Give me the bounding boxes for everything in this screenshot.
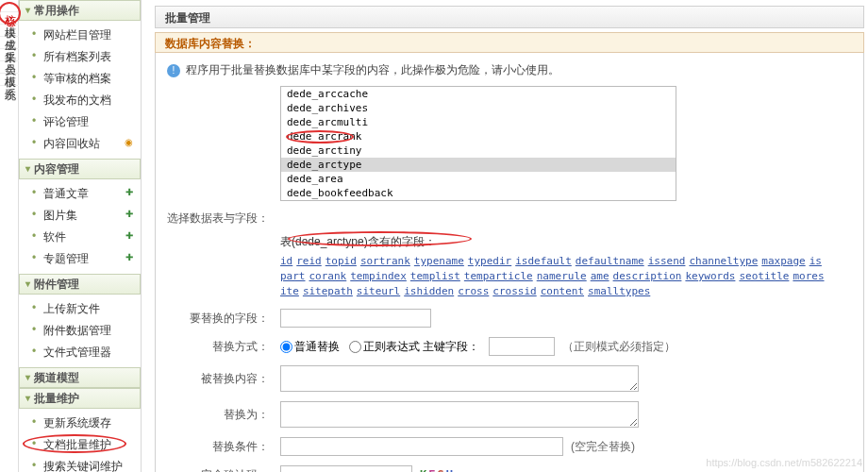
field-link[interactable]: temparticle	[464, 270, 533, 282]
field-link[interactable]: isdefault	[515, 255, 572, 267]
sidebar-item[interactable]: 图片集✚	[19, 205, 141, 227]
field-link[interactable]: description	[613, 270, 682, 282]
panel-body: ! 程序用于批量替换数据库中某字段的内容，此操作极为危险，请小心使用。 dede…	[155, 53, 864, 472]
vtab-3[interactable]: 采集	[0, 37, 20, 49]
sidebar-item[interactable]: 搜索关键词维护	[19, 456, 141, 472]
field-link[interactable]: defaultname	[576, 255, 644, 267]
sidebar-item[interactable]: 普通文章✚	[19, 183, 141, 205]
field-link[interactable]: ishidden	[404, 285, 454, 297]
field-link[interactable]: sitepath	[303, 285, 353, 297]
listbox-option[interactable]: dede_archives	[281, 101, 676, 115]
navgroup-header[interactable]: ▾附件管理	[19, 274, 141, 295]
listbox-option[interactable]: dede_arctype	[281, 158, 676, 172]
vertical-tabstrip: 核心模块生成采集会员模板系统	[0, 0, 19, 472]
field-link[interactable]: ame	[591, 270, 609, 282]
info-icon: !	[167, 64, 180, 77]
label-replace-to: 替换为：	[167, 407, 280, 423]
field-link[interactable]: namerule	[537, 270, 587, 282]
regex-pk-input[interactable]	[489, 337, 555, 356]
field-link[interactable]: id	[280, 255, 292, 267]
vtab-1[interactable]: 模块	[0, 12, 20, 25]
field-link[interactable]: smalltypes	[588, 285, 650, 297]
plus-icon: ✚	[125, 209, 133, 219]
listbox-option[interactable]: dede_arctiny	[281, 143, 676, 158]
fields-list: idreidtopidsortranktypenametypedirisdefa…	[280, 254, 827, 299]
radio-normal[interactable]: 普通替换	[280, 339, 340, 355]
panel-subtitle: 数据库内容替换：	[155, 32, 864, 53]
label-captcha: 安全确认码：	[167, 467, 280, 473]
sidebar-item[interactable]: 网站栏目管理	[19, 25, 141, 46]
navgroup-header[interactable]: ▾批量维护	[19, 388, 141, 409]
fields-title: 表(dede_arctype)含有的字段：	[280, 234, 827, 250]
sidebar-item[interactable]: 上传新文件	[19, 298, 141, 320]
sidebar-item[interactable]: 软件✚	[19, 227, 141, 248]
vtab-2[interactable]: 生成	[0, 25, 20, 37]
sidebar-item[interactable]: 文件式管理器	[19, 342, 141, 363]
listbox-option[interactable]: dede_area	[281, 172, 676, 186]
warning-text: 程序用于批量替换数据库中某字段的内容，此操作极为危险，请小心使用。	[186, 62, 559, 78]
regex-hint: （正则模式必须指定）	[562, 339, 676, 355]
table-listbox[interactable]: dede_arccachedede_archivesdede_arcmultid…	[280, 86, 676, 201]
field-link[interactable]: reid	[296, 255, 322, 267]
listbox-option[interactable]: dede_channeltype	[281, 200, 676, 201]
sidebar-item[interactable]: 内容回收站◉	[19, 133, 141, 155]
label-replace-field: 要替换的字段：	[167, 311, 280, 327]
field-link[interactable]: sortrank	[360, 255, 410, 267]
radio-regex[interactable]: 正则表达式 主键字段：	[349, 339, 479, 355]
captcha-input[interactable]	[280, 465, 412, 472]
vtab-6[interactable]: 系统	[0, 74, 20, 86]
label-condition: 替换条件：	[167, 439, 280, 455]
plus-icon: ✚	[125, 187, 133, 197]
listbox-option[interactable]: dede_arccache	[281, 87, 676, 101]
field-link[interactable]: channeltype	[689, 255, 758, 267]
label-content: 被替换内容：	[167, 371, 280, 387]
field-link[interactable]: maxpage	[761, 255, 805, 267]
vtab-0[interactable]: 核心	[0, 0, 20, 12]
field-link[interactable]: typename	[414, 255, 464, 267]
sidebar-item[interactable]: 评论管理	[19, 111, 141, 133]
replaced-content-textarea[interactable]	[280, 365, 639, 392]
field-link[interactable]: topid	[326, 255, 357, 267]
sidebar-item[interactable]: 更新系统缓存	[19, 413, 141, 434]
sidebar-item[interactable]: 所有档案列表	[19, 46, 141, 68]
replace-field-input[interactable]	[280, 309, 431, 328]
field-link[interactable]: corank	[309, 270, 347, 282]
listbox-option[interactable]: dede_arcmulti	[281, 115, 676, 129]
condition-input[interactable]	[280, 437, 563, 456]
navgroup-header[interactable]: ▾常用操作	[19, 0, 141, 21]
condition-hint: (空完全替换)	[571, 439, 635, 455]
field-link[interactable]: siteurl	[357, 285, 400, 297]
replace-to-textarea[interactable]	[280, 401, 639, 428]
sidebar-item[interactable]: 等审核的档案	[19, 68, 141, 90]
panel-title: 批量管理	[155, 6, 864, 28]
navgroup-header[interactable]: ▾内容管理	[19, 159, 141, 179]
field-link[interactable]: cross	[458, 285, 489, 297]
field-link[interactable]: seotitle	[739, 270, 789, 282]
plus-icon: ✚	[125, 230, 133, 241]
label-table-field: 选择数据表与字段：	[167, 211, 280, 227]
field-link[interactable]: templist	[410, 270, 460, 282]
listbox-option[interactable]: dede_arcrank	[281, 129, 676, 143]
navgroup-header[interactable]: ▾频道模型	[19, 367, 141, 388]
warning-row: ! 程序用于批量替换数据库中某字段的内容，此操作极为危险，请小心使用。	[167, 62, 852, 78]
listbox-option[interactable]: dede_bookfeedback	[281, 186, 676, 200]
field-link[interactable]: keywords	[685, 270, 735, 282]
field-link[interactable]: tempindex	[350, 270, 407, 282]
field-link[interactable]: typedir	[468, 255, 511, 267]
field-link[interactable]: crossid	[492, 285, 536, 297]
sidebar: ▾常用操作网站栏目管理所有档案列表等审核的档案我发布的文档评论管理内容回收站◉▾…	[19, 0, 142, 472]
vtab-5[interactable]: 模板	[0, 61, 20, 74]
label-replace-method: 替换方式：	[167, 339, 280, 355]
field-link[interactable]: issend	[648, 255, 686, 267]
fields-block: 表(dede_arctype)含有的字段： idreidtopidsortran…	[280, 234, 827, 299]
field-link[interactable]: content	[541, 285, 584, 297]
sidebar-item[interactable]: 我发布的文档	[19, 90, 141, 111]
vtab-4[interactable]: 会员	[0, 49, 20, 61]
sidebar-item[interactable]: 文档批量维护	[19, 434, 141, 456]
main-panel: 批量管理 数据库内容替换： ! 程序用于批量替换数据库中某字段的内容，此操作极为…	[151, 0, 868, 472]
shield-icon: ◉	[125, 137, 133, 147]
sidebar-item[interactable]: 专题管理✚	[19, 248, 141, 270]
captcha-image: KESU	[420, 468, 455, 472]
plus-icon: ✚	[125, 252, 133, 262]
sidebar-item[interactable]: 附件数据管理	[19, 320, 141, 342]
